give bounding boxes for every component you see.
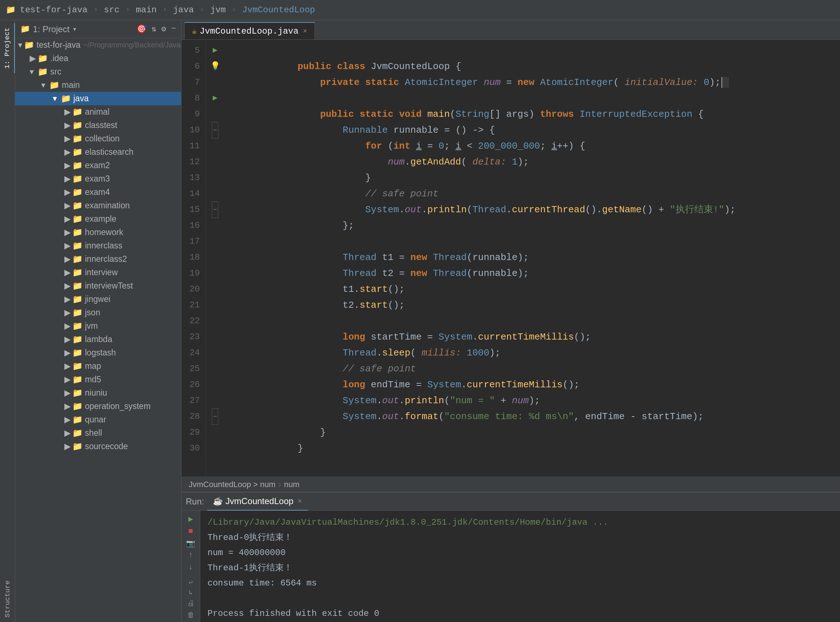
- tree-item-classtest[interactable]: ▶ 📁 classtest: [15, 119, 181, 132]
- tree-item-idea[interactable]: ▶ 📁 .idea: [15, 52, 181, 65]
- java-file-icon: ☕: [192, 26, 196, 36]
- run-trash-button[interactable]: 🗑: [184, 611, 198, 619]
- tree-item-md5[interactable]: ▶ 📁 md5: [15, 373, 181, 386]
- sidebar-locate-icon[interactable]: 🎯: [137, 24, 146, 34]
- tree-item-src[interactable]: ▾ 📁 src: [15, 65, 181, 78]
- gutter-line-16: [206, 218, 224, 233]
- run-class-icon[interactable]: ▶: [213, 43, 217, 59]
- breadcrumb-class[interactable]: JvmCountedLoop: [242, 5, 315, 15]
- run-enter-button[interactable]: ↵: [184, 578, 198, 585]
- run-tab-bar: Run: ☕ JvmCountedLoop ×: [181, 492, 840, 511]
- tree-item-examination[interactable]: ▶ 📁 examination: [15, 199, 181, 212]
- run-panel: Run: ☕ JvmCountedLoop × ▶ ■ 📷 ↑: [181, 492, 840, 622]
- tree-item-interview[interactable]: ▶ 📁 interview: [15, 266, 181, 279]
- run-wrap-button[interactable]: ↳: [184, 588, 198, 596]
- breadcrumb-sep-1: ›: [93, 5, 98, 14]
- output-line-1: /Library/Java/JavaVirtualMachines/jdk1.8…: [207, 515, 833, 530]
- tree-item-qunar[interactable]: ▶ 📁 qunar: [15, 413, 181, 426]
- sidebar-minimize-icon[interactable]: −: [171, 24, 176, 34]
- tree-item-lambda[interactable]: ▶ 📁 lambda: [15, 333, 181, 346]
- breadcrumb-class-name[interactable]: JvmCountedLoop > num: [189, 480, 275, 489]
- tree-item-map[interactable]: ▶ 📁 map: [15, 360, 181, 373]
- sidebar-sort-icon[interactable]: ⇅: [151, 24, 156, 34]
- tree-item-collection[interactable]: ▶ 📁 collection: [15, 132, 181, 145]
- gutter-line-10[interactable]: −: [206, 122, 224, 138]
- tree-item-operation-system[interactable]: ▶ 📁 operation_system: [15, 399, 181, 413]
- code-line-22: long startTime = System.currentTimeMilli…: [230, 313, 834, 329]
- tree-item-jingwei[interactable]: ▶ 📁 jingwei: [15, 293, 181, 306]
- editor-breadcrumb: JvmCountedLoop > num › num: [181, 477, 840, 492]
- output-line-7: Process finished with exit code 0: [207, 606, 833, 621]
- java-run-icon: ☕: [213, 497, 223, 506]
- vtab-structure[interactable]: Structure: [1, 576, 14, 622]
- tree-item-main[interactable]: ▾ 📁 main: [15, 78, 181, 92]
- gutter-line-11: [206, 138, 224, 154]
- tree-item-example[interactable]: ▶ 📁 example: [15, 212, 181, 226]
- gutter-line-18: [206, 250, 224, 265]
- tree-item-animal[interactable]: ▶ 📁 animal: [15, 105, 181, 119]
- run-tab-jvmcountedloop[interactable]: ☕ JvmCountedLoop ×: [207, 492, 308, 511]
- run-scroll-up-button[interactable]: ↑: [184, 551, 198, 560]
- tab-jvmcountedloop[interactable]: ☕ JvmCountedLoop.java ×: [184, 22, 315, 40]
- run-camera-button[interactable]: 📷: [184, 539, 198, 548]
- tree-item-shell[interactable]: ▶ 📁 shell: [15, 426, 181, 440]
- run-scroll-down-button[interactable]: ↓: [184, 563, 198, 572]
- tree-item-logstash[interactable]: ▶ 📁 logstash: [15, 346, 181, 360]
- tree-item-jvm[interactable]: ▶ 📁 jvm: [15, 319, 181, 333]
- run-print-button[interactable]: 🖨: [184, 599, 198, 608]
- sidebar-gear-icon[interactable]: ⚙: [161, 24, 166, 34]
- hint-bulb-icon[interactable]: 💡: [210, 59, 220, 75]
- breadcrumb-java[interactable]: java: [173, 5, 194, 15]
- gutter-line-17: [206, 233, 224, 250]
- tab-bar: ☕ JvmCountedLoop.java ×: [181, 20, 840, 40]
- code-content[interactable]: public class JvmCountedLoop { private st…: [224, 40, 840, 477]
- run-stop-button[interactable]: ■: [184, 527, 198, 536]
- breadcrumb-jvm[interactable]: jvm: [210, 5, 225, 15]
- tree-item-sourcecode[interactable]: ▶ 📁 sourcecode: [15, 440, 181, 453]
- run-play-button[interactable]: ▶: [184, 514, 198, 524]
- tree-item-elasticsearch[interactable]: ▶ 📁 elasticsearch: [15, 145, 181, 159]
- tree-item-niuniu[interactable]: ▶ 📁 niuniu: [15, 386, 181, 399]
- sidebar-title[interactable]: 1: Project: [33, 24, 69, 34]
- breadcrumb-main[interactable]: main: [136, 5, 157, 15]
- sidebar-header: 📁 1: Project ▾ 🎯 ⇅ ⚙ −: [15, 20, 181, 38]
- code-line-17: Thread t1 = new Thread(runnable);: [230, 233, 834, 250]
- tab-close-icon[interactable]: ×: [303, 27, 307, 35]
- breadcrumb-field[interactable]: num: [284, 480, 300, 489]
- chevron-down-icon[interactable]: ▾: [72, 24, 77, 34]
- gutter-line-8[interactable]: ▶: [206, 90, 224, 106]
- tree-item-innerclass[interactable]: ▶ 📁 innerclass: [15, 239, 181, 252]
- tree-item-homework[interactable]: ▶ 📁 homework: [15, 226, 181, 239]
- fold-icon-10[interactable]: −: [212, 122, 219, 139]
- tree-item-exam3[interactable]: ▶ 📁 exam3: [15, 172, 181, 186]
- output-line-5: consume time: 6564 ms: [207, 576, 833, 591]
- code-line-8: public static void main(String[] args) t…: [230, 90, 834, 106]
- run-main-icon[interactable]: ▶: [213, 90, 217, 106]
- gutter-line-5[interactable]: ▶: [206, 43, 224, 59]
- tree-item-exam2[interactable]: ▶ 📁 exam2: [15, 159, 181, 172]
- gutter-line-28[interactable]: −: [206, 409, 224, 425]
- tree-item-interviewtest[interactable]: ▶ 📁 interviewTest: [15, 279, 181, 293]
- code-editor[interactable]: 5 6 7 8 9 10 11 12 13 14 15 16 17 18 19 …: [181, 40, 840, 477]
- gutter-line-25: [206, 361, 224, 377]
- tree-item-root[interactable]: ▾ 📁 test-for-java ~/Programming/Backend/…: [15, 38, 181, 52]
- tree-item-exam4[interactable]: ▶ 📁 exam4: [15, 186, 181, 199]
- gutter-line-29: [206, 425, 224, 441]
- gutter-line-15[interactable]: −: [206, 202, 224, 218]
- tree-item-innerclass2[interactable]: ▶ 📁 innerclass2: [15, 252, 181, 266]
- gutter-line-6[interactable]: 💡: [206, 59, 224, 75]
- vtab-project[interactable]: 1: Project: [0, 23, 15, 73]
- project-name[interactable]: test-for-java: [20, 5, 87, 15]
- fold-icon-15[interactable]: −: [212, 201, 219, 218]
- gutter: ▶ 💡 ▶ −: [206, 40, 224, 477]
- breadcrumb-sep-4: ›: [199, 5, 204, 14]
- gutter-line-12: [206, 154, 224, 170]
- breadcrumb-sep-2: ›: [125, 5, 130, 14]
- fold-icon-28[interactable]: −: [212, 408, 219, 425]
- gutter-line-23: [206, 329, 224, 345]
- run-output: /Library/Java/JavaVirtualMachines/jdk1.8…: [200, 511, 840, 622]
- tree-item-java[interactable]: ▾ 📁 java: [15, 92, 181, 105]
- tree-item-json[interactable]: ▶ 📁 json: [15, 306, 181, 319]
- run-tab-close[interactable]: ×: [298, 497, 302, 505]
- breadcrumb-src[interactable]: src: [104, 5, 119, 15]
